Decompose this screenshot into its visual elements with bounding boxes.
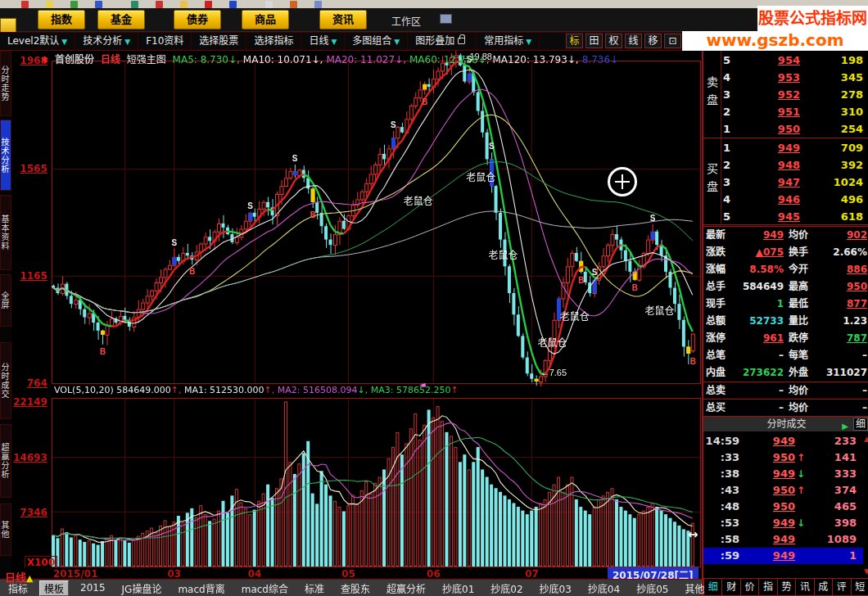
app-icon[interactable] [314, 1, 322, 8]
toolbar-item-6[interactable]: 多图组合▼ [345, 33, 408, 50]
app-icon[interactable] [180, 1, 188, 8]
bottom-bar-item-14[interactable]: 其他 [676, 581, 712, 595]
detail-button[interactable]: 细 [853, 418, 868, 431]
workspace-label[interactable]: 工作区 [391, 14, 421, 28]
app-icon[interactable] [156, 1, 163, 8]
toolbar-item-4[interactable]: 选择指标 [246, 33, 301, 50]
menu-button-1[interactable]: 基金 [97, 10, 145, 29]
stats-l2: 换手 [789, 244, 808, 261]
menu-button-3[interactable]: 商品 [242, 10, 289, 29]
bottom-bar-item-3[interactable]: JG操盘论 [114, 581, 170, 595]
bottom-bar-item-7[interactable]: 查股东 [332, 581, 378, 595]
stats-l1: 最新 [706, 227, 726, 244]
toolbar-item-0[interactable]: Level2默认▼ [0, 33, 75, 50]
stats-row-6: 涨停961跌停787 [703, 330, 868, 347]
tick-row[interactable]: :48950465 [703, 499, 863, 515]
scroll-down-icon[interactable]: ▼ [864, 567, 868, 576]
app-icon[interactable] [205, 1, 212, 8]
app-icon[interactable] [21, 1, 29, 8]
vol: 198 [841, 52, 863, 69]
tick-t: :48 [705, 499, 739, 515]
bottom-bar-item-6[interactable]: 标准 [296, 581, 332, 595]
tick-row[interactable]: :33950↑141 [703, 449, 863, 466]
letter-tab-势[interactable]: 势 [778, 578, 796, 596]
letter-tab-指[interactable]: 指 [759, 578, 777, 596]
sidebar-tab-1[interactable]: 技术分析 [0, 120, 11, 191]
toolbar-item-5[interactable]: 日线▼ [301, 33, 345, 50]
month-label-0: 2015/01 [53, 568, 97, 580]
bottom-bar-item-4[interactable]: macd背离 [170, 581, 233, 595]
stats-l2: 外盘 [789, 364, 808, 382]
ma-label-2: MA20: 11.027↓, [326, 54, 406, 65]
bottom-bar-item-9[interactable]: 抄底01 [434, 581, 482, 595]
vol-header-seg-6: MA3: 578652.250 [371, 385, 451, 395]
menu-button-2[interactable]: 债券 [174, 10, 221, 29]
toolbar-item-8[interactable]: 常用指标▼ [477, 33, 540, 50]
sidebar-tab-2[interactable]: 基本资料 [0, 195, 11, 270]
toolbar-item-3[interactable]: 选择股票 [192, 33, 246, 50]
bottom-bar-item-13[interactable]: 抄底05 [628, 581, 676, 595]
bottom-bar-item-8[interactable]: 超赢分析 [378, 581, 434, 595]
tick-row[interactable]: 14:59949233 [703, 433, 863, 449]
tick-row[interactable]: :38949↓333 [703, 466, 863, 482]
left-tab-sidebar: 分时走势技术分析基本资料全屏分时成交超赢分析其他 [0, 51, 11, 582]
workspace-icon[interactable] [440, 14, 452, 24]
tick-t: :33 [705, 449, 739, 466]
letter-tab-价[interactable]: 价 [741, 578, 759, 596]
app-icon[interactable] [290, 1, 297, 8]
menu-button-4[interactable]: 资讯 [319, 10, 367, 29]
app-icon[interactable] [95, 1, 102, 8]
lvl: 4 [723, 191, 730, 208]
letter-tab-短[interactable]: 短 [852, 578, 868, 596]
tick-panel-header: 分时成交 ▶ 细 [703, 417, 868, 431]
tick-row[interactable]: :43950↑374 [703, 482, 863, 499]
chart-tool-移[interactable]: 移 [644, 34, 662, 48]
bottom-bar-item-11[interactable]: 抄底03 [531, 581, 580, 595]
sidebar-tab-3[interactable]: 全屏 [0, 274, 11, 327]
menu-button-0[interactable]: 指数 [38, 10, 85, 29]
tick-v: 141 [834, 449, 857, 466]
app-icon[interactable] [46, 1, 53, 8]
bottom-bar-item-12[interactable]: 抄底04 [580, 581, 628, 595]
order-book: 卖盘买盘595419849533453952278295131019502541… [703, 51, 868, 225]
letter-tab-讯[interactable]: 讯 [796, 578, 814, 596]
toolbar-item-7[interactable]: 图形叠加 [408, 33, 477, 50]
scroll-up-icon[interactable]: ▲ [864, 435, 868, 443]
stats-l1: 涨停 [706, 330, 726, 347]
pane-divider-marker[interactable]: ◄ [419, 380, 426, 389]
app-icon[interactable] [265, 1, 273, 8]
vol-header-seg-0: VOL(5,10,20) 584649.000 [54, 385, 171, 395]
tick-row[interactable]: :589491089 [703, 531, 863, 548]
vol-header-seg-4: MA2: 516508.094 [278, 385, 358, 395]
app-icon[interactable] [70, 1, 78, 8]
toolbar-item-1[interactable]: 技术分析▼ [75, 33, 138, 50]
play-icon[interactable]: ▶ [842, 419, 848, 434]
kline-volume-chart[interactable] [11, 51, 702, 582]
chart-tool-田[interactable]: 田 [585, 34, 603, 48]
toolbar-item-2[interactable]: F10资料 [138, 33, 192, 50]
bottom-bar-item-1[interactable]: 模板 [39, 580, 69, 596]
chart-tool-线[interactable]: 线 [625, 34, 642, 48]
letter-tab-财[interactable]: 财 [722, 578, 740, 596]
tick-v: 333 [834, 466, 857, 482]
letter-tab-评[interactable]: 评 [833, 578, 851, 596]
lvl: 3 [723, 86, 730, 103]
app-icon[interactable] [131, 1, 138, 8]
tick-row[interactable]: :599491 [703, 548, 863, 564]
quote-panel: 卖盘买盘595419849533453952278295131019502541… [702, 51, 868, 596]
lvl: 2 [723, 156, 730, 174]
bottom-bar-item-10[interactable]: 抄底02 [482, 581, 531, 595]
period-flag[interactable]: 日线▲ [5, 569, 33, 585]
bottom-bar-item-5[interactable]: macd综合 [233, 581, 296, 595]
chart-tool-权[interactable]: 权 [605, 34, 622, 48]
stats-l2: 均价 [789, 400, 808, 417]
stats-l2: 最高 [789, 278, 808, 296]
tick-row[interactable]: :53949↓398 [703, 515, 863, 531]
chart-tool-⊡[interactable]: ⊡ [664, 34, 681, 48]
chart-tool-标[interactable]: 标 [566, 34, 583, 48]
letter-tab-成[interactable]: 成 [815, 578, 833, 596]
app-icon[interactable] [229, 1, 237, 8]
stats-v2: – [818, 347, 867, 364]
bottom-bar-item-2[interactable]: 2015 [72, 582, 114, 594]
stats-l2: 均价 [789, 227, 808, 244]
